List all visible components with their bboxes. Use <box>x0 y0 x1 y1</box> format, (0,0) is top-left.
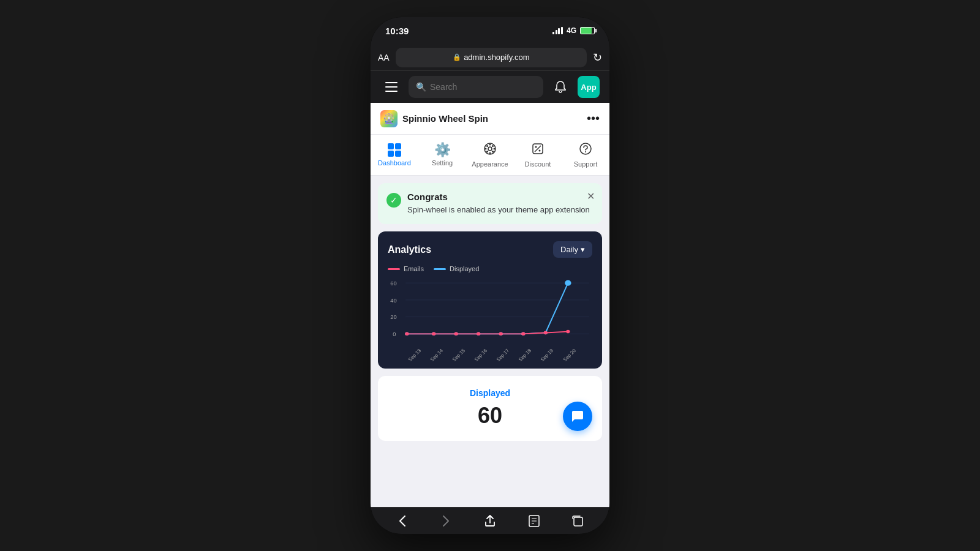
lock-icon: 🔒 <box>453 53 461 61</box>
analytics-card: Analytics Daily ▾ Emails Di <box>378 231 602 369</box>
content-wrapper: ✓ Congrats Spin-wheel is enabled as your… <box>378 183 602 441</box>
congrats-text: Congrats Spin-wheel is enabled as your t… <box>407 192 590 216</box>
displayed-legend-line <box>434 268 446 270</box>
tab-appearance-label: Appearance <box>472 160 508 168</box>
analytics-title: Analytics <box>388 244 431 255</box>
chart-legend: Emails Displayed <box>388 265 592 272</box>
search-bar[interactable]: 🔍 <box>409 76 543 98</box>
back-button[interactable] <box>389 508 416 534</box>
displayed-legend-item: Displayed <box>434 265 479 272</box>
tab-support[interactable]: Support <box>562 140 609 170</box>
forward-button[interactable] <box>432 508 459 534</box>
displayed-card-label: Displayed <box>388 388 592 398</box>
notification-button[interactable] <box>549 76 571 98</box>
svg-point-8 <box>494 148 496 150</box>
emails-legend-line <box>388 268 400 270</box>
network-label: 4G <box>567 26 576 35</box>
svg-point-17 <box>580 143 591 154</box>
svg-point-34 <box>565 280 571 286</box>
shopify-nav: 🔍 App <box>371 71 609 103</box>
svg-point-6 <box>489 152 491 154</box>
svg-point-18 <box>585 151 586 152</box>
period-label: Daily <box>560 245 578 254</box>
svg-point-4 <box>488 147 492 151</box>
main-content: ✓ Congrats Spin-wheel is enabled as your… <box>371 176 609 448</box>
displayed-count: 60 <box>388 403 592 429</box>
tab-appearance[interactable]: Appearance <box>466 140 514 170</box>
search-input[interactable] <box>430 82 536 92</box>
bookmarks-button[interactable] <box>521 508 548 534</box>
app-logo-icon: 🎡 <box>380 110 398 127</box>
signal-icon <box>552 27 563 34</box>
tab-setting[interactable]: ⚙️ Setting <box>418 141 466 169</box>
displayed-line <box>407 283 568 334</box>
bottom-browser-bar <box>371 507 609 534</box>
svg-point-42 <box>566 330 570 334</box>
svg-point-35 <box>405 332 409 336</box>
appearance-icon <box>483 142 497 158</box>
refresh-button[interactable]: ↻ <box>593 51 602 64</box>
tab-discount[interactable]: Discount <box>514 140 562 170</box>
support-icon <box>579 142 592 158</box>
more-icon: ••• <box>587 111 600 126</box>
svg-point-15 <box>539 150 541 152</box>
svg-point-40 <box>521 332 525 336</box>
svg-point-38 <box>477 332 480 336</box>
svg-point-10 <box>492 151 494 152</box>
chart-container: 60 40 20 0 <box>388 277 592 351</box>
emails-legend-item: Emails <box>388 265 424 272</box>
browser-bar: AA 🔒 admin.shopify.com ↻ <box>371 44 609 71</box>
app-header-left: 🎡 Spinnio Wheel Spin <box>380 110 488 127</box>
svg-text:60: 60 <box>390 281 397 287</box>
tabs-button[interactable] <box>564 508 591 534</box>
svg-point-12 <box>492 145 494 147</box>
svg-point-14 <box>535 146 537 148</box>
discount-icon <box>531 142 545 158</box>
analytics-header: Analytics Daily ▾ <box>388 241 592 258</box>
app-header: 🎡 Spinnio Wheel Spin ••• <box>371 103 609 135</box>
app-badge[interactable]: App <box>578 76 600 98</box>
svg-point-5 <box>489 144 491 146</box>
congrats-check-icon: ✓ <box>386 193 401 208</box>
svg-rect-0 <box>385 82 398 83</box>
svg-text:40: 40 <box>390 298 397 303</box>
congrats-banner: ✓ Congrats Spin-wheel is enabled as your… <box>378 183 602 224</box>
svg-point-11 <box>486 151 488 152</box>
svg-rect-2 <box>385 91 398 92</box>
displayed-legend-label: Displayed <box>450 265 479 272</box>
url-bar[interactable]: 🔒 admin.shopify.com <box>396 48 587 67</box>
tab-discount-label: Discount <box>525 160 551 168</box>
status-bar: 10:39 4G <box>371 17 609 44</box>
chat-fab-button[interactable] <box>563 402 592 431</box>
tab-support-label: Support <box>574 160 598 168</box>
text-size-button[interactable]: AA <box>378 53 390 62</box>
tab-dashboard[interactable]: Dashboard <box>371 141 418 169</box>
time-display: 10:39 <box>385 26 409 36</box>
battery-icon <box>580 27 595 34</box>
status-indicators: 4G <box>552 26 595 35</box>
svg-rect-1 <box>385 86 398 88</box>
congrats-message: Spin-wheel is enabled as your theme app … <box>407 204 590 216</box>
url-display: admin.shopify.com <box>464 53 529 62</box>
svg-text:20: 20 <box>390 315 397 320</box>
hamburger-button[interactable] <box>380 76 402 98</box>
search-icon: 🔍 <box>416 82 426 92</box>
tab-setting-label: Setting <box>432 159 453 167</box>
congrats-title: Congrats <box>407 192 590 202</box>
svg-point-41 <box>544 331 548 335</box>
period-chevron: ▾ <box>581 245 585 254</box>
more-options-button[interactable]: ••• <box>587 111 600 126</box>
emails-legend-label: Emails <box>404 265 424 272</box>
svg-point-37 <box>454 332 458 336</box>
svg-point-7 <box>485 148 487 150</box>
close-banner-button[interactable]: ✕ <box>587 190 595 202</box>
share-button[interactable] <box>477 508 503 534</box>
chart-svg: 60 40 20 0 <box>388 277 592 351</box>
svg-rect-47 <box>574 517 582 526</box>
svg-text:0: 0 <box>393 332 396 337</box>
period-selector[interactable]: Daily ▾ <box>553 241 592 258</box>
setting-icon: ⚙️ <box>434 143 451 157</box>
tab-dashboard-label: Dashboard <box>378 159 411 167</box>
content-area: 🎡 Spinnio Wheel Spin ••• Dashboard ⚙️ Se… <box>371 103 609 507</box>
svg-point-9 <box>486 145 488 147</box>
